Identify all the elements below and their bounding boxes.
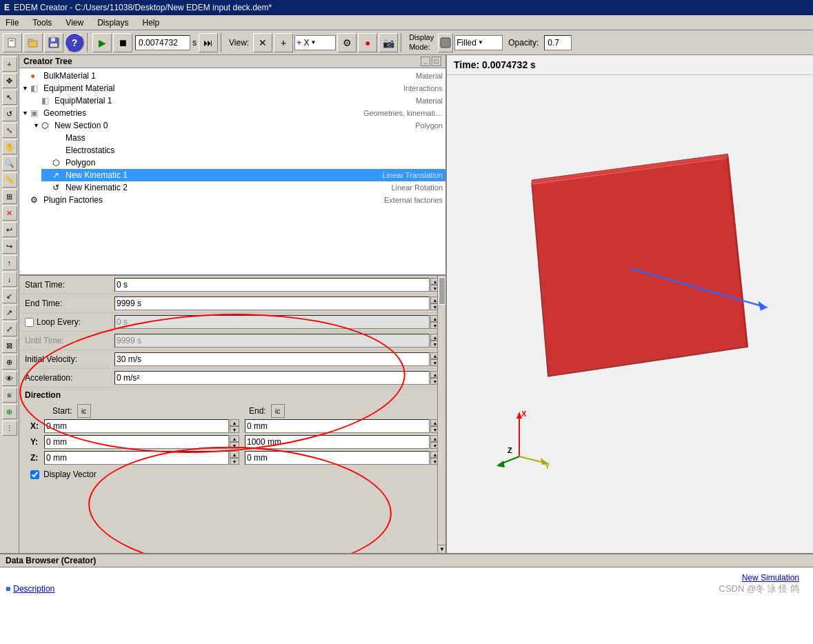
viewport-canvas[interactable]: X Y Z xyxy=(447,75,813,553)
prop-accel-input[interactable] xyxy=(114,371,430,385)
svg-rect-0 xyxy=(8,39,15,47)
tree-item-electro[interactable]: Electrostatics xyxy=(41,144,445,157)
xs-up[interactable]: ▲ xyxy=(230,419,239,426)
x-end-input[interactable] xyxy=(245,419,430,433)
view-direction-combo[interactable]: + X ▼ xyxy=(294,35,336,50)
new-simulation-link[interactable]: New Simulation xyxy=(742,573,799,583)
creator-tree: Creator Tree _ □ ● BulkMaterial 1 Materi… xyxy=(19,55,445,276)
lt-measure-btn[interactable]: 📏 xyxy=(2,172,17,188)
lt-undo-btn[interactable]: ↩ xyxy=(2,222,17,237)
tree-item-equipmat[interactable]: ▼ ◧ Equipment Material Interactions xyxy=(19,82,445,94)
lt-add2-btn[interactable]: ⊕ xyxy=(2,404,17,419)
lt-arrow-right-btn[interactable]: ↗ xyxy=(2,305,17,320)
lt-hide-btn[interactable]: 👁 xyxy=(2,371,17,386)
tree-item-bulkmaterial[interactable]: ● BulkMaterial 1 Material xyxy=(19,70,445,82)
z-start-spinner[interactable]: ▲ ▼ xyxy=(230,451,239,465)
time-input[interactable] xyxy=(135,35,190,50)
toolbar-record-btn[interactable]: ● xyxy=(358,33,377,52)
props-scroll-down-btn[interactable]: ▼ xyxy=(438,545,445,553)
tree-item-mass[interactable]: Mass xyxy=(41,132,445,144)
toolbar-settings-btn[interactable]: ⚙ xyxy=(337,33,357,52)
toolbar-view-add-btn[interactable]: + xyxy=(274,33,293,52)
tree-item-polygon[interactable]: ⬡ Polygon xyxy=(41,157,445,169)
props-scrollbar[interactable]: ▼ xyxy=(437,276,445,553)
ys-up[interactable]: ▲ xyxy=(230,435,239,442)
lt-move-btn[interactable]: ✥ xyxy=(2,73,17,88)
y-start-spinner[interactable]: ▲ ▼ xyxy=(230,435,239,449)
tree-restore-btn[interactable]: □ xyxy=(432,57,441,66)
tree-icon-sec: ⬡ xyxy=(41,121,52,130)
lt-redo-btn[interactable]: ↪ xyxy=(2,239,17,254)
view-direction-arrow: ▼ xyxy=(311,39,317,46)
toolbar-new-btn[interactable] xyxy=(3,33,22,52)
ic-end-btn[interactable]: ic xyxy=(271,404,285,418)
lt-add-btn[interactable]: + xyxy=(2,57,17,72)
ys-down[interactable]: ▼ xyxy=(230,442,239,449)
tree-right-bulk: Material xyxy=(416,72,443,80)
lt-zoom-btn[interactable]: 🔍 xyxy=(2,156,17,171)
toolbar-play-btn[interactable]: ▶ xyxy=(92,33,112,52)
menu-displays[interactable]: Displays xyxy=(94,17,131,29)
opacity-input[interactable] xyxy=(544,35,572,50)
toolbar-view-reset-btn[interactable]: ✕ xyxy=(253,33,272,52)
toolbar-open-btn[interactable] xyxy=(23,33,43,52)
tree-item-kinematic1[interactable]: ↗ New Kinematic 1 Linear Translation xyxy=(41,169,445,181)
tree-content[interactable]: ● BulkMaterial 1 Material ▼ ◧ Equipment … xyxy=(19,68,445,274)
menu-help[interactable]: Help xyxy=(140,17,163,29)
lt-arrow-down-btn[interactable]: ↓ xyxy=(2,272,17,287)
props-scrollbar-thumb[interactable] xyxy=(439,277,445,305)
tree-item-equip1[interactable]: ◧ EquipMaterial 1 Material xyxy=(30,94,445,107)
tree-icon-poly: ⬡ xyxy=(52,158,63,168)
lt-extra-btn[interactable]: ⋮ xyxy=(2,421,17,436)
tree-item-newsection[interactable]: ▼ ⬡ New Section 0 Polygon xyxy=(30,119,445,132)
description-link[interactable]: Description xyxy=(13,584,54,594)
toolbar-save-btn[interactable] xyxy=(44,33,63,52)
display-vector-checkbox[interactable] xyxy=(30,470,39,479)
zs-down[interactable]: ▼ xyxy=(230,458,239,465)
zs-up[interactable]: ▲ xyxy=(230,451,239,458)
prop-init-vel-input[interactable] xyxy=(114,352,430,366)
tree-right-equip1: Material xyxy=(416,97,443,105)
prop-start-time-input[interactable] xyxy=(114,278,430,292)
lt-arrow-up-btn[interactable]: ↑ xyxy=(2,255,17,270)
tree-item-geometries[interactable]: ▼ ▣ Geometries Geometries, kinemati… xyxy=(19,107,445,119)
tree-arrow-equip: ▼ xyxy=(22,85,30,92)
menu-tools[interactable]: Tools xyxy=(30,17,54,29)
ic-start-btn[interactable]: ic xyxy=(77,404,91,418)
y-end-input[interactable] xyxy=(245,435,430,449)
display-mode-combo[interactable]: Filled ▼ xyxy=(454,35,503,50)
toolbar-stop-btn[interactable]: ⏹ xyxy=(113,33,132,52)
toolbar-help-btn[interactable]: ? xyxy=(65,33,84,52)
lt-select-btn[interactable]: ↖ xyxy=(2,90,17,105)
lt-scale-btn[interactable]: ⤡ xyxy=(2,123,17,138)
z-end-input[interactable] xyxy=(245,451,430,465)
lt-delete-btn[interactable]: ✕ xyxy=(2,205,17,221)
toolbar-time-end-btn[interactable]: ⏭ xyxy=(199,33,218,52)
prop-loop-checkbox[interactable] xyxy=(25,318,34,327)
lt-pan-btn[interactable]: ✋ xyxy=(2,139,17,154)
y-start-input[interactable] xyxy=(44,435,229,449)
lt-grid-btn[interactable]: ⊠ xyxy=(2,338,17,353)
data-browser-content[interactable]: New Simulation CSDN @冬 泳 怪 鸽 ■ Descripti… xyxy=(0,567,813,644)
xs-down[interactable]: ▼ xyxy=(230,426,239,433)
bullet: ■ xyxy=(6,584,10,594)
menu-view[interactable]: View xyxy=(63,17,86,29)
lt-layers-btn[interactable]: ≡ xyxy=(2,388,17,403)
lt-rotate-btn[interactable]: ↺ xyxy=(2,106,17,121)
tree-label-poly: Polygon xyxy=(66,158,443,168)
x-start-spinner[interactable]: ▲ ▼ xyxy=(230,419,239,433)
lt-align-btn[interactable]: ⊞ xyxy=(2,189,17,204)
direction-header: Direction xyxy=(25,390,440,400)
z-start-input[interactable] xyxy=(44,451,229,465)
tree-minimize-btn[interactable]: _ xyxy=(421,57,430,66)
x-start-input[interactable] xyxy=(44,419,229,433)
toolbar-camera-btn[interactable]: 📷 xyxy=(379,33,398,52)
tree-item-kinematic2[interactable]: ↺ New Kinematic 2 Linear Rotation xyxy=(41,181,445,194)
prop-end-time-input[interactable] xyxy=(114,296,430,310)
tree-item-plugins[interactable]: ⚙ Plugin Factories External factories xyxy=(19,194,445,206)
lt-snap-btn[interactable]: ⊕ xyxy=(2,354,17,370)
lt-diagonal-btn[interactable]: ⤢ xyxy=(2,321,17,336)
menu-file[interactable]: File xyxy=(3,17,21,29)
lt-arrow-left-btn[interactable]: ↙ xyxy=(2,288,17,303)
svg-rect-7 xyxy=(441,38,450,48)
